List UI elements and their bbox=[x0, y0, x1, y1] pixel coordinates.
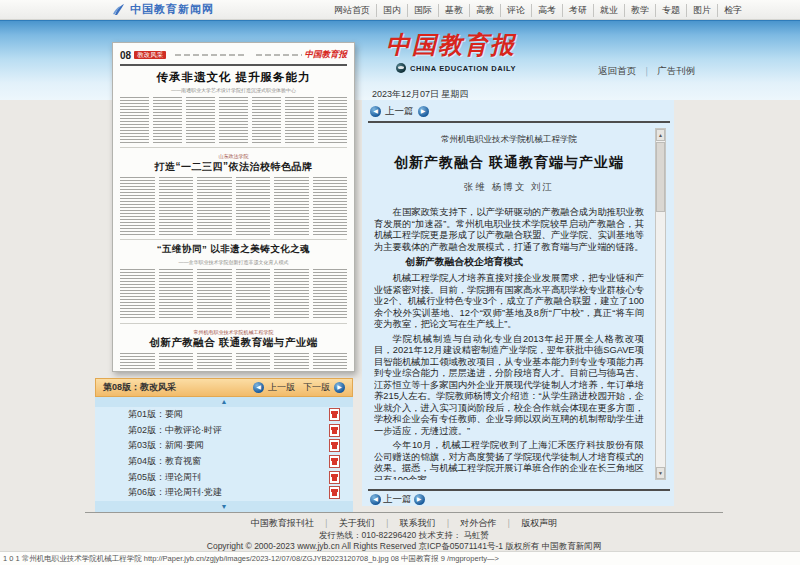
edition-list-item[interactable]: 第06版：理论周刊·党建 bbox=[95, 485, 353, 501]
prev-edition-icon[interactable]: ◀ bbox=[253, 382, 264, 393]
edition-bar: 第08版：教改风采 ◀ 上一版 下一版 ▶ bbox=[95, 378, 353, 397]
prev-article-icon[interactable]: ◀ bbox=[370, 494, 381, 505]
pdf-icon[interactable] bbox=[329, 424, 340, 437]
footer-link[interactable]: 版权声明 bbox=[513, 518, 565, 528]
prev-edition-button[interactable]: 上一版 bbox=[268, 381, 295, 394]
paper-kicker-4: 常州机电职业技术学院机械工程学院 bbox=[120, 329, 347, 335]
top-nav-item[interactable]: 考研 bbox=[562, 4, 593, 17]
paper-section-chip: 教改风采 bbox=[134, 51, 166, 60]
footer-link-separator: ｜ bbox=[322, 518, 331, 528]
paper-brand-logo[interactable]: 中国教育报 bbox=[386, 29, 516, 61]
edition-list-expand[interactable]: ▼ bbox=[95, 501, 353, 512]
footer-link[interactable]: 中国教育报刊社 bbox=[243, 518, 322, 528]
pdf-icon[interactable] bbox=[329, 439, 340, 452]
ad-rates-link[interactable]: 广告刊例 bbox=[657, 65, 695, 78]
edition-list-item[interactable]: 第04版：教育视窗 bbox=[95, 454, 353, 470]
back-home-link[interactable]: 返回首页 bbox=[598, 65, 636, 78]
paper-text-column bbox=[197, 353, 232, 372]
paper-text-column bbox=[313, 177, 348, 235]
paper-text-column bbox=[120, 353, 155, 372]
top-nav-item[interactable]: 专题 bbox=[655, 4, 686, 17]
edition-list-label: 第05版：理论周刊 bbox=[128, 471, 329, 484]
edition-list-item[interactable]: 第05版：理论周刊 bbox=[95, 469, 353, 485]
article-nav-top: ◀ 上一篇 ▶ bbox=[370, 105, 429, 118]
paper-headline-4: 创新产教融合 联通教育端与产业端 bbox=[120, 336, 347, 350]
article-section-heading: 创新产教融合校企培育模式 bbox=[405, 256, 644, 268]
paper-text-column bbox=[197, 269, 232, 319]
paper-text-column bbox=[252, 97, 281, 143]
paper-text-column bbox=[186, 97, 215, 143]
top-nav-item[interactable]: 网站首页 bbox=[328, 4, 376, 17]
scrollbar-thumb[interactable] bbox=[656, 142, 665, 212]
edition-list-label: 第06版：理论周刊·党建 bbox=[128, 486, 329, 499]
paper-section-2: 山东政法学院 打造“一二三四”依法治校特色品牌 bbox=[120, 147, 347, 235]
status-bar: 1 0 1 常州机电职业技术学院机械工程学院 http://Paper.jyb.… bbox=[0, 551, 800, 565]
scroll-down-button[interactable]: ▼ bbox=[656, 467, 665, 479]
top-nav-item[interactable]: 基教 bbox=[438, 4, 469, 17]
pdf-icon[interactable] bbox=[329, 408, 340, 421]
next-edition-button[interactable]: 下一版 bbox=[303, 381, 330, 394]
prev-article-icon[interactable]: ◀ bbox=[370, 106, 381, 117]
top-nav-item[interactable]: 国内 bbox=[376, 4, 407, 17]
paper-page-number: 08 bbox=[120, 50, 131, 61]
next-article-icon[interactable]: ▶ bbox=[418, 106, 429, 117]
paper-text-column bbox=[120, 177, 155, 235]
paper-text-column bbox=[313, 353, 348, 372]
site-logo[interactable]: 中国教育新闻网 bbox=[112, 2, 214, 17]
globe-icon bbox=[396, 63, 406, 73]
chevron-down-icon: ▼ bbox=[221, 503, 228, 510]
paper-text-column bbox=[236, 269, 271, 319]
top-nav-item[interactable]: 图片 bbox=[686, 4, 717, 17]
paper-text-column bbox=[313, 269, 348, 319]
edition-list-item[interactable]: 第02版：中教评论·时评 bbox=[95, 423, 353, 439]
pdf-icon[interactable] bbox=[329, 455, 340, 468]
footer-link-separator: ｜ bbox=[444, 518, 453, 528]
top-nav-item[interactable]: 就业 bbox=[593, 4, 624, 17]
prev-article-button[interactable]: 上一篇 bbox=[383, 493, 412, 506]
edition-list-label: 第01版：要闻 bbox=[128, 408, 329, 421]
footer-link-separator: ｜ bbox=[504, 518, 513, 528]
article-organization: 常州机电职业技术学院机械工程学院 bbox=[374, 134, 644, 146]
footer-link[interactable]: 关于我们 bbox=[331, 518, 383, 528]
prev-article-button[interactable]: 上一篇 bbox=[385, 105, 414, 118]
top-nav-item[interactable]: 评论 bbox=[500, 4, 531, 17]
footer-link[interactable]: 联系我们 bbox=[392, 518, 444, 528]
top-nav-item[interactable]: 高教 bbox=[469, 4, 500, 17]
article-divider-bottom bbox=[368, 489, 670, 491]
paper-subhead-3: ——金华职业技术学院创新打造非遗文化育人模式 bbox=[120, 259, 347, 265]
next-edition-icon[interactable]: ▶ bbox=[334, 382, 345, 393]
paper-textblock bbox=[120, 177, 347, 235]
article-paragraph: 在国家政策支持下，以产学研驱动的产教融合成为助推职业教育发展的“加速器”。常州机… bbox=[374, 207, 644, 253]
paper-subhead-1: ——南通职业大学艺术设计学院打造沉浸式职业体验中心 bbox=[120, 87, 347, 93]
edition-list-item[interactable]: 第03版：新闻·要闻 bbox=[95, 438, 353, 454]
footer-link-separator: ｜ bbox=[383, 518, 392, 528]
paper-text-column bbox=[120, 97, 149, 143]
edition-list-item[interactable]: 第01版：要闻 bbox=[95, 407, 353, 423]
scroll-up-button[interactable]: ▲ bbox=[656, 129, 665, 141]
paper-text-column bbox=[236, 177, 271, 235]
edition-list-label: 第04版：教育视窗 bbox=[128, 455, 329, 468]
paper-section-4: 常州机电职业技术学院机械工程学院 创新产教融合 联通教育端与产业端 bbox=[120, 323, 347, 372]
top-nav-item[interactable]: 国际 bbox=[407, 4, 438, 17]
pdf-icon[interactable] bbox=[329, 471, 340, 484]
top-nav-item[interactable]: 教学 bbox=[624, 4, 655, 17]
top-nav-item[interactable]: 检字 bbox=[717, 4, 748, 17]
next-article-icon[interactable]: ▶ bbox=[414, 494, 425, 505]
footer-link[interactable]: 对外合作 bbox=[452, 518, 504, 528]
paper-text-column bbox=[219, 97, 248, 143]
top-nav-item[interactable]: 高考 bbox=[531, 4, 562, 17]
paper-header-fineprint bbox=[175, 54, 246, 57]
article-scrollbar[interactable]: ▲ ▼ bbox=[655, 128, 666, 480]
newspaper-page-image[interactable]: 08 教改风采 中国教育报 传承非遗文化 提升服务能力 ——南通职业大学艺术设计… bbox=[112, 42, 355, 372]
paper-headline-3: “五维协同” 以非遗之美铸文化之魂 bbox=[120, 243, 347, 256]
paper-kicker-2: 山东政法学院 bbox=[120, 153, 347, 159]
top-bar: 中国教育新闻网 网站首页国内国际基教高教评论高考考研就业教学专题图片检字 bbox=[0, 0, 800, 20]
article-authors: 张维 杨博文 刘江 bbox=[374, 181, 644, 194]
paper-textblock bbox=[120, 97, 347, 143]
paper-header: 08 教改风采 中国教育报 bbox=[120, 49, 347, 61]
edition-list-collapse[interactable]: ▲ bbox=[95, 397, 353, 407]
pdf-icon[interactable] bbox=[329, 486, 340, 499]
paper-text-column bbox=[285, 97, 314, 143]
link-separator: ｜ bbox=[642, 65, 651, 78]
paper-text-column bbox=[159, 269, 194, 319]
